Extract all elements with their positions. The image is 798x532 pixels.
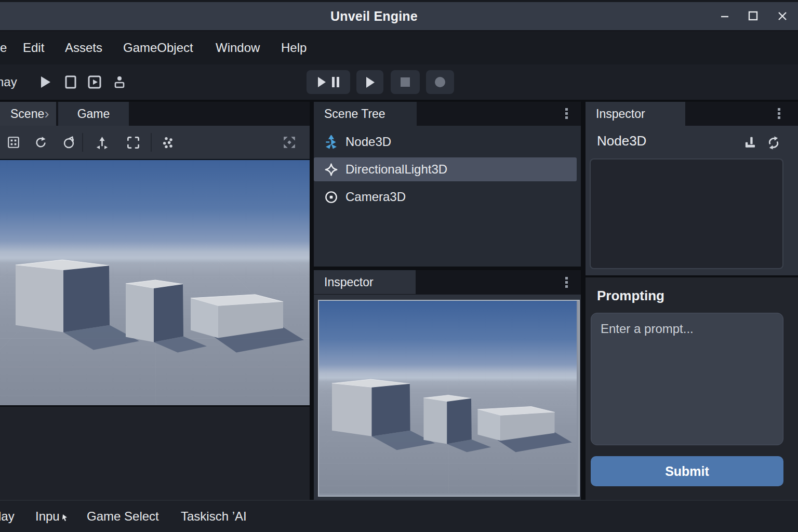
play-icon [317,76,326,88]
prompting-section: Prompting Submit [586,277,798,500]
preview-render [319,301,577,494]
scene-viewport-3d[interactable] [0,159,310,405]
profile-icon [113,75,126,89]
prompting-title: Prompting [597,288,664,304]
viewport-render [0,160,310,405]
submit-button[interactable]: Submit [591,456,783,486]
menu-item-help[interactable]: Help [281,31,307,64]
minimize-button[interactable] [717,8,733,24]
tab-game-label: Game [77,107,110,121]
pin-icon [742,135,757,151]
maximize-button[interactable] [745,8,762,24]
menu-bar: e Edit Assets GameObject Window Help [0,31,798,64]
cursor-icon [61,514,69,522]
tab-scene-tree[interactable]: Scene Tree [314,102,417,126]
tree-node-label: Node3D [345,135,391,149]
inspector-node-section: Node3D [586,126,798,275]
status-item-play-clipped[interactable]: lay [0,501,15,532]
orbit-button[interactable] [61,135,76,150]
play-window-button[interactable] [87,75,102,89]
stop-icon [400,77,410,87]
stop-icon [64,75,77,89]
tree-node-node3d[interactable]: Node3D [314,130,581,154]
toolbar-separator [82,133,83,152]
maximize-icon [747,10,760,22]
menu-item-edit[interactable]: Edit [23,31,44,64]
menu-item-gameobject[interactable]: GameObject [123,31,193,64]
inspector-panel: Inspector Node3D Prompting Submit [586,102,798,500]
prompt-input[interactable] [591,313,783,445]
tab-inspector[interactable]: Inspector [586,102,685,126]
play-window-icon [88,75,101,89]
sync-icon [766,135,781,151]
pause-icon [331,76,340,88]
orbit-icon [62,136,76,150]
minimize-icon [719,10,730,22]
bottom-dock-empty [0,405,310,500]
expand-icon [283,136,296,149]
play-pause-button[interactable] [307,70,350,94]
window-title: Unveil Engine [0,2,748,30]
tab-scene-label: Scene [10,107,44,121]
preview-panel-header: Inspector [314,270,581,295]
preview-panel-title: Inspector [324,275,374,289]
grid-button[interactable] [6,135,21,150]
profile-button[interactable] [112,75,127,89]
pin-button[interactable] [742,135,757,151]
inspector-title: Inspector [596,107,645,121]
play-icon [365,76,375,88]
status-bar: lay Inpu Game Select Taskisch ’AI [0,500,798,532]
tab-scene[interactable]: Scene › [0,102,56,126]
scene-tree-header: Scene Tree [314,102,581,126]
preview-menu-button[interactable] [565,277,568,288]
tab-game[interactable]: Game [58,102,129,126]
close-button[interactable] [774,8,791,24]
move-up-button[interactable] [95,135,109,150]
snap-dots-icon [162,136,176,150]
tree-node-directionallight3d[interactable]: DirectionalLight3D [314,157,577,181]
toolbar: nay [0,64,798,101]
toolbar-run-label: nay [0,64,17,100]
play-scene-button[interactable] [356,70,383,94]
menu-item-assets[interactable]: Assets [65,31,102,64]
panel-divider [314,267,581,270]
title-bar: Unveil Engine [0,2,798,31]
light-icon [324,163,338,177]
sync-button[interactable] [766,135,781,151]
record-icon [434,76,446,88]
menu-item-file-clipped[interactable]: e [0,31,7,64]
play-button[interactable] [38,75,52,89]
record-button[interactable] [426,70,454,94]
tree-node-camera3d[interactable]: Camera3D [314,185,581,209]
tree-node-label: DirectionalLight3D [345,162,447,177]
inspector-menu-button[interactable] [778,108,781,119]
scene-tree-title: Scene Tree [324,107,385,121]
inspector-properties-empty [590,158,783,269]
status-item-input[interactable]: Inpu [35,501,69,532]
chevron-right-icon: › [44,109,49,119]
axes-icon [324,135,338,149]
viewport-tab-strip: Scene › Game [0,102,310,126]
scene-tree-menu-button[interactable] [565,108,568,119]
stop-button[interactable] [63,75,78,89]
scene-tree-panel: Scene Tree Node3D DirectionalLight3D Cam… [314,102,581,500]
status-item-input-label: Inpu [35,501,60,532]
scale-button[interactable] [126,135,140,150]
status-item-game-select[interactable]: Game Select [87,501,159,532]
toolbar-separator [151,133,152,152]
play-icon [39,75,51,89]
menu-item-window[interactable]: Window [216,31,260,64]
status-item-taskisch-ai[interactable]: Taskisch ’AI [181,501,247,532]
scale-icon [126,136,140,150]
expand-viewport-button[interactable] [282,135,297,150]
tab-inspector-preview[interactable]: Inspector [314,270,416,294]
rotate-icon [34,136,48,150]
window-controls [717,2,791,30]
viewport-panel: Scene › Game [0,102,310,500]
grid-icon [7,136,20,149]
tree-node-label: Camera3D [345,190,406,204]
viewport-toolbar [0,126,310,159]
stop-playback-button[interactable] [391,70,420,94]
rotate-button[interactable] [33,135,48,150]
snap-dots-button[interactable] [161,135,176,150]
